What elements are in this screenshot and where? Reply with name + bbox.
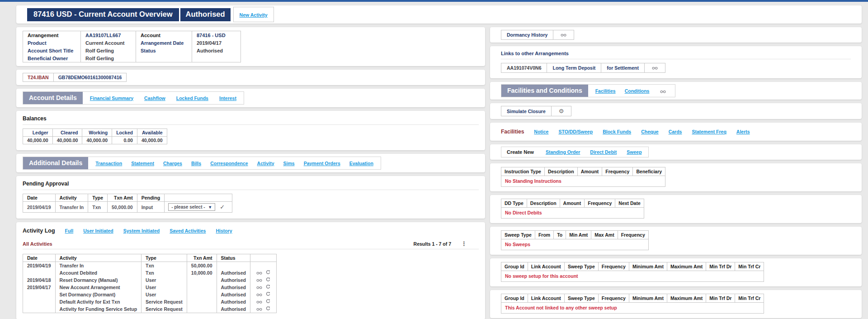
simulate-closure-box: Simulate Closure ⚙ <box>501 106 571 116</box>
activity-status <box>217 262 250 270</box>
tab-alerts[interactable]: Alerts <box>736 129 750 134</box>
view-binoculars-icon[interactable] <box>660 87 666 95</box>
col-header: Min Trf Dr <box>706 294 735 303</box>
account-details-header: Account Details Financial Summary Cashfl… <box>23 91 244 105</box>
tab-saved-activities[interactable]: Saved Activities <box>170 228 206 233</box>
col-header: Beneficiary <box>633 167 665 176</box>
page-header-card: 87416 USD - Current Account Overview Aut… <box>16 5 862 24</box>
sweeps-table: Sweep Type From To Min Amt Max Amt Frequ… <box>501 230 649 250</box>
history-refresh-icon[interactable] <box>266 299 270 305</box>
col-header: Sweep Type <box>501 231 535 239</box>
gear-icon[interactable]: ⚙ <box>559 108 564 114</box>
view-binoculars-icon[interactable] <box>256 285 262 290</box>
col-header: DD Type <box>501 199 527 208</box>
activity-name: Activity for Funding Service Setup <box>55 305 142 313</box>
additional-details-title: Additional Details <box>23 157 88 169</box>
col-header: Frequency <box>598 262 629 271</box>
new-activity-link[interactable]: New Activity <box>240 12 268 18</box>
links-arrangements-card: Links to other Arrangements AA191074V0N6… <box>490 46 862 78</box>
status-badge: Authorised <box>180 8 231 21</box>
balances-header: Ledger <box>23 129 53 137</box>
view-binoculars-icon[interactable] <box>256 271 262 276</box>
history-refresh-icon[interactable] <box>266 292 270 297</box>
standing-orders-table: Instruction Type Description Amount Freq… <box>501 167 665 187</box>
tab-transaction[interactable]: Transaction <box>95 161 122 166</box>
activity-status: Authorised <box>217 276 250 284</box>
tab-cashflow[interactable]: Cashflow <box>144 95 165 101</box>
tab-correspondence[interactable]: Correspondence <box>210 161 248 166</box>
tab-sims[interactable]: Sims <box>283 161 295 166</box>
iban-value: GB78DEMO60161300087416 <box>53 73 127 82</box>
col-header: Group Id <box>501 262 528 271</box>
activity-type: Service Request <box>142 305 187 313</box>
simulate-closure-label: Simulate Closure <box>501 106 552 116</box>
create-new-label: Create New <box>501 147 539 157</box>
tab-financial-summary[interactable]: Financial Summary <box>90 95 133 101</box>
tab-charges[interactable]: Charges <box>163 161 182 166</box>
col-header: Amount <box>577 167 602 176</box>
history-refresh-icon[interactable] <box>266 306 270 312</box>
tab-cheque[interactable]: Cheque <box>641 129 659 134</box>
col-header: Min Trf Cr <box>735 294 764 303</box>
view-binoculars-icon[interactable] <box>256 292 262 297</box>
tab-bills[interactable]: Bills <box>191 161 201 166</box>
sweep-group-linked-card: Group Id Link Account Sweep Type Frequen… <box>490 290 862 318</box>
pending-approval-title: Pending Approval <box>23 181 479 187</box>
empty-message: No sweep setup for this account <box>501 271 764 282</box>
col-header: Txn Amt <box>187 254 217 262</box>
view-binoculars-icon[interactable] <box>561 33 566 38</box>
history-refresh-icon[interactable] <box>266 270 270 276</box>
view-binoculars-icon[interactable] <box>256 307 262 312</box>
linked-arrangement-id: AA191074V0N6 <box>501 63 547 73</box>
tab-conditions[interactable]: Conditions <box>625 88 650 94</box>
tab-standing-order[interactable]: Standing Order <box>546 149 580 155</box>
tab-full[interactable]: Full <box>65 228 74 233</box>
dormancy-history-box: Dormancy History <box>501 30 574 40</box>
tab-sto-dd-sweep[interactable]: STO/DD/Sweep <box>558 129 593 134</box>
activity-type: Txn <box>142 269 187 276</box>
tab-evaluation[interactable]: Evaluation <box>349 161 373 166</box>
tab-payment-orders[interactable]: Payment Orders <box>304 161 340 166</box>
tab-sweep[interactable]: Sweep <box>627 149 642 155</box>
tab-system-initiated[interactable]: System Initiated <box>123 228 160 233</box>
available-balance: 40,000.00 <box>137 137 167 144</box>
facilities-links-card: Facilities Notice STO/DD/Sweep Block Fun… <box>490 123 862 141</box>
history-refresh-icon[interactable] <box>266 277 270 283</box>
pending-status: Input <box>137 202 164 213</box>
tab-facilities[interactable]: Facilities <box>595 88 616 94</box>
pending-txn-amt: 50,000.00 <box>107 202 137 213</box>
tab-locked-funds[interactable]: Locked Funds <box>176 95 208 101</box>
col-header: Max Amt <box>591 231 618 239</box>
new-activity-box: New Activity <box>233 7 274 22</box>
activity-name: Reset Dormancy (Manual) <box>55 276 142 284</box>
view-binoculars-icon[interactable] <box>652 66 658 71</box>
view-binoculars-icon[interactable] <box>256 278 262 283</box>
tab-direct-debit[interactable]: Direct Debit <box>590 149 617 155</box>
tab-notice[interactable]: Notice <box>534 129 548 134</box>
tab-statement[interactable]: Statement <box>131 161 154 166</box>
kebab-menu-icon[interactable]: ⋮ <box>461 240 467 247</box>
ledger-balance: 40,000.00 <box>23 137 53 144</box>
view-binoculars-icon[interactable] <box>256 300 262 305</box>
approval-action-select[interactable]: - please select - ▼ <box>168 203 215 211</box>
col-header: Txn Amt <box>107 194 137 202</box>
col-header: To <box>554 231 566 239</box>
tab-block-funds[interactable]: Block Funds <box>603 129 631 134</box>
sweeps-card: Sweep Type From To Min Amt Max Amt Frequ… <box>490 227 862 255</box>
col-header: Sweep Type <box>564 262 598 271</box>
history-refresh-icon[interactable] <box>266 285 270 290</box>
activity-amount: 10,000.00 <box>187 269 217 276</box>
approve-check-icon[interactable]: ✓ <box>220 204 225 210</box>
iban-table: T24.IBAN GB78DEMO60161300087416 <box>23 73 127 82</box>
col-header: Min Amt <box>566 231 591 239</box>
tab-activity[interactable]: Activity <box>257 161 274 166</box>
tab-history[interactable]: History <box>216 228 232 233</box>
additional-details-card: Additional Details Transaction Statement… <box>16 154 485 172</box>
arrangement-date-label: Arrangement Date <box>136 39 192 47</box>
account-label: Account <box>136 31 192 39</box>
sweep-group-table: Group Id Link Account Sweep Type Frequen… <box>501 262 764 282</box>
tab-statement-freq[interactable]: Statement Freq <box>692 129 726 134</box>
tab-interest[interactable]: Interest <box>219 95 236 101</box>
tab-user-initiated[interactable]: User Initiated <box>83 228 113 233</box>
tab-cards[interactable]: Cards <box>669 129 682 134</box>
